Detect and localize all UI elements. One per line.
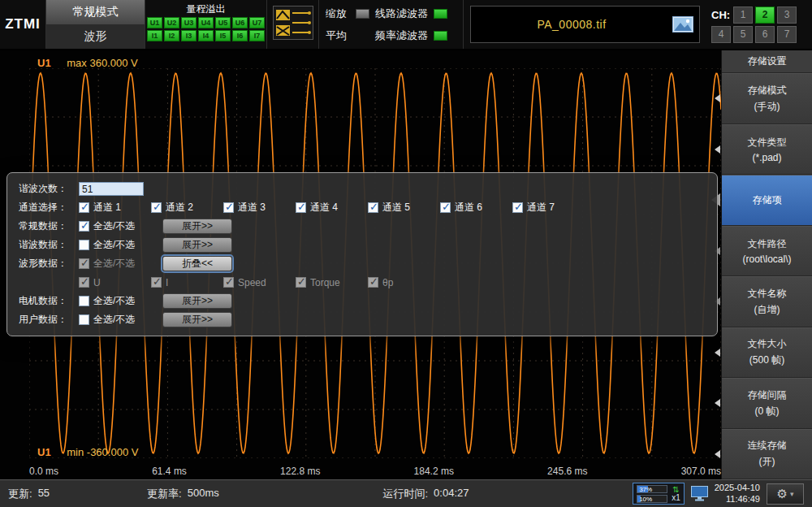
expand-button[interactable]: 展开>> [162,312,232,327]
runtime-group: 运行时间: 0:04:27 [382,487,469,501]
sidebar-item-line2: (root\local\) [742,254,791,265]
wave-sub-option-Torque: Torque [296,277,368,288]
average-label[interactable]: 平均 [326,28,350,43]
brand-logo-text: ZTMI [5,16,41,32]
sub-option-checkbox-θp [368,277,378,288]
mode-selector: 常规模式 波形 [46,0,145,49]
channel-checkbox-1[interactable] [79,202,89,213]
channel-checkbox-4[interactable] [296,202,306,213]
channel-button-4[interactable]: 4 [711,26,731,43]
dialog-channel-option-6: 通道 6 [440,201,512,214]
sub-option-label: I [166,277,168,288]
channel-checkbox-label: 通道 2 [166,201,193,214]
channel-checkbox-5[interactable] [368,202,378,213]
expand-button[interactable]: 展开>> [162,237,232,253]
channel-checkbox-6[interactable] [440,202,451,213]
main-area: U1 max 360.000 V U1 min -360.000 V 0.0 m… [0,50,812,479]
dialog-data-row-5: 用户数据：全选/不选展开>> [7,310,717,329]
expand-button[interactable]: 展开>> [162,293,232,309]
line-filter-indicator [434,9,447,19]
sidebar-item-7[interactable]: 存储间隔(0 帧) [722,378,812,429]
channel-button-2[interactable]: 2 [755,6,775,24]
sidebar-item-8[interactable]: 连续存储(开) [722,429,812,480]
sub-option-checkbox-Torque [296,277,306,288]
sidebar-item-line1: 存储模式 [748,84,787,98]
sidebar-item-1[interactable]: 存储模式(手动) [722,73,812,124]
channel-checkbox-2[interactable] [151,202,162,213]
monitor-icon[interactable] [691,486,708,501]
file-display-box[interactable]: PA_00008.tif [470,6,700,43]
zoom-label[interactable]: 缩放 [326,6,350,21]
sidebar-item-line2: (自增) [754,303,780,317]
select-all-label: 全选/不选 [93,294,135,308]
dialog-channel-option-4: 通道 4 [296,201,368,214]
mode-button-waveform[interactable]: 波形 [46,24,145,49]
harmonic-count-input[interactable] [79,182,144,196]
select-all-checkbox[interactable] [79,314,89,325]
current-file-name: PA_00008.tif [471,18,672,31]
wave-sub-option-U: U [79,277,151,288]
sidebar-item-line1: 存储项 [753,193,782,207]
freq-filter-indicator [434,31,447,41]
channel-button-6[interactable]: 6 [755,26,775,43]
sidebar-item-4[interactable]: 文件路径(root\local\) [722,226,812,277]
channel-checkbox-label: 通道 6 [455,201,482,214]
disk-usage-bar: 37% [637,485,667,493]
select-all-checkbox[interactable] [79,296,89,306]
channel-row-1: 123 [733,6,797,24]
mode-button-normal[interactable]: 常规模式 [46,0,145,24]
channel-panel-label: CH: [711,9,731,21]
overflow-cell-U1: U1 [147,17,162,28]
waveform-max-label: U1 max 360.000 V [37,57,138,69]
sidebar-item-3[interactable]: 存储项 [722,175,812,226]
sidebar-item-line1: 文件名称 [748,287,787,301]
select-all-cell: 全选/不选 [79,313,162,327]
max-channel-name: U1 [37,57,51,69]
picture-icon[interactable] [672,16,693,32]
sidebar-item-line1: 连续存储 [748,439,787,453]
select-all-cell: 全选/不选 [79,238,162,252]
sub-option-label: Speed [238,277,266,288]
sidebar-item-line1: 文件类型 [748,136,787,150]
dialog-data-rows: 常规数据：全选/不选展开>>谐波数据：全选/不选展开>>波形数据：全选/不选折叠… [7,217,717,329]
channel-button-5[interactable]: 5 [733,26,753,43]
overflow-cell-U2: U2 [164,17,179,28]
select-all-checkbox[interactable] [79,240,89,250]
wave-sub-option-Speed: Speed [223,277,296,288]
channel-select-row: 通道选择： 通道 1通道 2通道 3通道 4通道 5通道 6通道 7 [7,198,717,217]
overflow-cell-U4: U4 [198,17,214,28]
channel-button-7[interactable]: 7 [777,26,797,43]
channel-checkbox-3[interactable] [223,202,234,213]
chevron-down-icon: ▾ [790,490,794,498]
channel-button-1[interactable]: 1 [733,6,753,24]
select-all-label: 全选/不选 [93,313,135,327]
channel-panel: CH: 123 4567 [706,0,812,49]
sidebar-item-2[interactable]: 文件类型(*.pad) [722,124,812,176]
sidebar-item-6[interactable]: 文件大小(500 帧) [722,327,812,379]
range-overflow-title: 量程溢出 [187,2,226,15]
channel-checkbox-label: 通道 7 [527,201,555,214]
sidebar-title: 存储设置 [722,50,812,73]
datetime-display: 2025-04-10 11:46:49 [715,483,760,505]
line-filter-label[interactable]: 线路滤波器 [375,6,428,21]
sidebar-item-5[interactable]: 文件名称(自增) [722,276,812,327]
select-all-checkbox[interactable] [79,221,89,232]
range-overflow-panel: 量程溢出 U1U2U3U4U5U6U7 I1I2I3I4I5I6I7 [145,0,267,49]
storage-sidebar: 存储设置 存储模式(手动)文件类型(*.pad)存储项文件路径(root\loc… [721,50,812,479]
channel-button-3[interactable]: 3 [777,6,797,24]
settings-button[interactable]: ⚙ ▾ [767,483,804,505]
data-row-label: 波形数据： [7,257,79,271]
wiring-diagram-button[interactable] [267,0,319,49]
sub-option-label: U [93,277,101,288]
channel-checkbox-label: 通道 1 [93,201,121,214]
expand-button[interactable]: 展开>> [162,219,232,234]
mode-waveform-label: 波形 [84,29,107,44]
dialog-channel-option-7: 通道 7 [512,201,585,214]
sidebar-item-line1: 存储间隔 [748,388,787,402]
collapse-button[interactable]: 折叠<< [162,256,232,271]
freq-filter-label[interactable]: 频率滤波器 [375,28,428,43]
left-arrow-icon [715,399,720,407]
memory-usage-label: 10% [639,496,652,503]
channel-checkbox-7[interactable] [512,202,523,213]
wiring-diagram-icon [273,6,313,43]
